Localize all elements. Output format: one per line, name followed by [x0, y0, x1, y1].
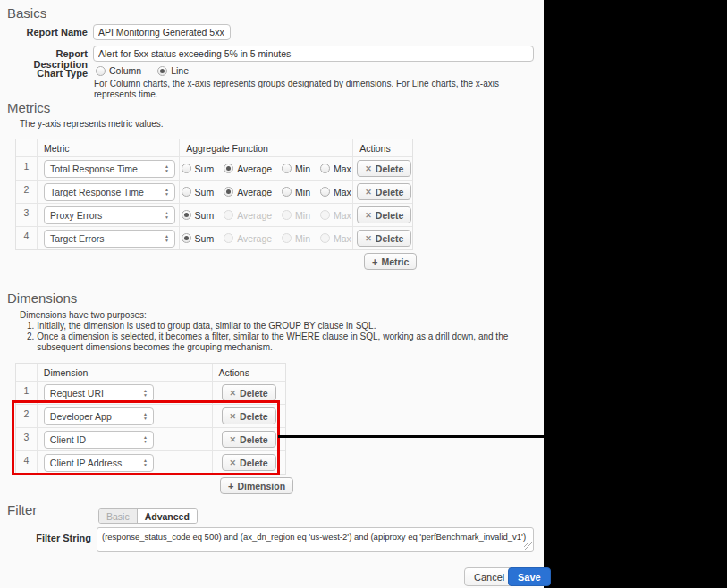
- delete-icon: ✕: [230, 412, 237, 421]
- select-arrows-icon: ▲▼: [138, 389, 148, 397]
- metric-row-2: 2 Target Response Time ▲▼ Sum Average Mi…: [16, 180, 412, 203]
- delete-dimension-button[interactable]: ✕Delete: [222, 454, 276, 471]
- radio-average[interactable]: Average: [224, 164, 272, 174]
- radio-average: Average: [224, 210, 272, 221]
- select-arrows-icon: ▲▼: [159, 164, 169, 172]
- metrics-heading: Metrics: [7, 100, 50, 115]
- dimensions-table: Dimension Actions 1 Request URI ▲▼ ✕Dele…: [15, 363, 286, 475]
- report-name-label: Report Name: [0, 27, 88, 38]
- metric-select-2[interactable]: Target Response Time ▲▼: [44, 183, 175, 201]
- dimensions-intro: Dimensions have two purposes:: [20, 310, 147, 321]
- metrics-table: Metric Aggregate Function Actions 1 Tota…: [15, 139, 413, 250]
- radio-sum[interactable]: Sum: [182, 164, 215, 174]
- dimension-row-3: 3 Client ID ▲▼ ✕Delete: [16, 427, 285, 450]
- radio-sum[interactable]: Sum: [182, 210, 215, 221]
- dimensions-purpose-2: 2.Once a dimension is selected, it becom…: [27, 332, 535, 353]
- metrics-col-metric: Metric: [37, 139, 179, 156]
- delete-dimension-button[interactable]: ✕Delete: [222, 384, 276, 401]
- select-arrows-icon: ▲▼: [138, 458, 148, 466]
- basics-heading: Basics: [7, 5, 46, 21]
- chart-type-label: Chart Type: [0, 68, 88, 79]
- radio-min[interactable]: Min: [282, 187, 310, 197]
- metric-select-3[interactable]: Proxy Errors ▲▼: [44, 206, 175, 224]
- chart-type-column-radio[interactable]: Column: [96, 65, 141, 76]
- radio-average[interactable]: Average: [224, 187, 272, 197]
- delete-metric-button[interactable]: ✕Delete: [357, 183, 411, 200]
- cancel-button[interactable]: Cancel: [464, 567, 514, 586]
- delete-dimension-button[interactable]: ✕Delete: [222, 407, 276, 424]
- delete-icon: ✕: [365, 164, 372, 173]
- filter-heading: Filter: [7, 502, 37, 517]
- delete-icon: ✕: [365, 234, 372, 243]
- radio-average: Average: [224, 233, 272, 244]
- dimensions-heading: Dimensions: [7, 290, 77, 306]
- chart-type-help: For Column charts, the x-axis represents…: [94, 79, 541, 100]
- report-form: Basics Report Name Report Description Ch…: [0, 0, 544, 588]
- select-arrows-icon: ▲▼: [138, 435, 148, 443]
- delete-icon: ✕: [230, 389, 237, 398]
- chart-type-line-radio[interactable]: Line: [157, 65, 189, 76]
- dimension-row-1: 1 Request URI ▲▼ ✕Delete: [16, 381, 285, 404]
- radio-min[interactable]: Min: [282, 164, 310, 174]
- radio-max: Max: [320, 233, 351, 244]
- dimension-row-4: 4 Client IP Address ▲▼ ✕Delete: [16, 450, 285, 474]
- metric-select-4[interactable]: Target Errors ▲▼: [44, 230, 175, 248]
- dimensions-col-dimension: Dimension: [37, 364, 212, 381]
- dimensions-purpose-1: 1.Initially, the dimension is used to gr…: [27, 321, 538, 332]
- delete-metric-button[interactable]: ✕Delete: [357, 230, 411, 247]
- plus-icon: +: [372, 256, 377, 267]
- select-arrows-icon: ▲▼: [138, 412, 148, 420]
- select-arrows-icon: ▲▼: [159, 188, 169, 196]
- dimensions-col-actions: Actions: [212, 364, 285, 381]
- save-button[interactable]: Save: [508, 567, 551, 586]
- metric-row-4: 4 Target Errors ▲▼ Sum Average Min Max ✕…: [16, 226, 412, 249]
- delete-icon: ✕: [365, 211, 372, 220]
- report-name-input[interactable]: [93, 24, 231, 40]
- metrics-col-actions: Actions: [352, 139, 412, 156]
- radio-max[interactable]: Max: [320, 164, 351, 174]
- radio-min: Min: [282, 233, 310, 244]
- report-description-input[interactable]: [93, 46, 534, 62]
- select-arrows-icon: ▲▼: [159, 211, 169, 219]
- filter-string-input[interactable]: (response_status_code eq 500) and (ax_dn…: [97, 527, 534, 552]
- dimension-select-1[interactable]: Request URI ▲▼: [44, 384, 154, 402]
- metrics-description: The y-axis represents metric values.: [20, 119, 164, 130]
- filter-string-label: Filter String: [0, 533, 91, 543]
- delete-metric-button[interactable]: ✕Delete: [357, 206, 411, 223]
- metric-select-1[interactable]: Total Response Time ▲▼: [44, 160, 175, 178]
- radio-max[interactable]: Max: [320, 187, 351, 197]
- radio-unselected-icon: [96, 66, 106, 76]
- add-metric-button[interactable]: +Metric: [364, 253, 417, 270]
- select-arrows-icon: ▲▼: [159, 234, 169, 242]
- metrics-table-header: Metric Aggregate Function Actions: [16, 139, 412, 156]
- resize-handle-icon[interactable]: [524, 542, 532, 550]
- plus-icon: +: [228, 481, 233, 491]
- delete-icon: ✕: [230, 458, 237, 467]
- dimension-select-3[interactable]: Client ID ▲▼: [44, 431, 154, 449]
- dimension-select-2[interactable]: Developer App ▲▼: [44, 407, 154, 425]
- add-dimension-button[interactable]: +Dimension: [220, 477, 293, 494]
- dimension-select-4[interactable]: Client IP Address ▲▼: [44, 454, 154, 472]
- delete-icon: ✕: [365, 188, 372, 197]
- dimension-row-2: 2 Developer App ▲▼ ✕Delete: [16, 404, 285, 427]
- radio-min: Min: [282, 210, 310, 221]
- screen: Basics Report Name Report Description Ch…: [0, 0, 727, 588]
- radio-sum[interactable]: Sum: [182, 187, 215, 197]
- delete-metric-button[interactable]: ✕Delete: [357, 160, 411, 177]
- filter-mode-toggle: Basic Advanced: [98, 508, 198, 524]
- metric-row-1: 1 Total Response Time ▲▼ Sum Average Min…: [16, 156, 412, 180]
- dimensions-table-header: Dimension Actions: [16, 364, 285, 381]
- metric-row-3: 3 Proxy Errors ▲▼ Sum Average Min Max ✕D…: [16, 203, 412, 226]
- radio-sum[interactable]: Sum: [182, 233, 215, 244]
- report-description-label: Report Description: [0, 48, 88, 70]
- delete-dimension-button[interactable]: ✕Delete: [222, 431, 276, 448]
- delete-icon: ✕: [230, 435, 237, 444]
- radio-selected-icon: [157, 66, 167, 76]
- filter-mode-basic[interactable]: Basic: [99, 509, 137, 523]
- radio-max: Max: [320, 210, 351, 221]
- metrics-col-aggregate: Aggregate Function: [179, 139, 352, 156]
- filter-mode-advanced[interactable]: Advanced: [137, 509, 197, 523]
